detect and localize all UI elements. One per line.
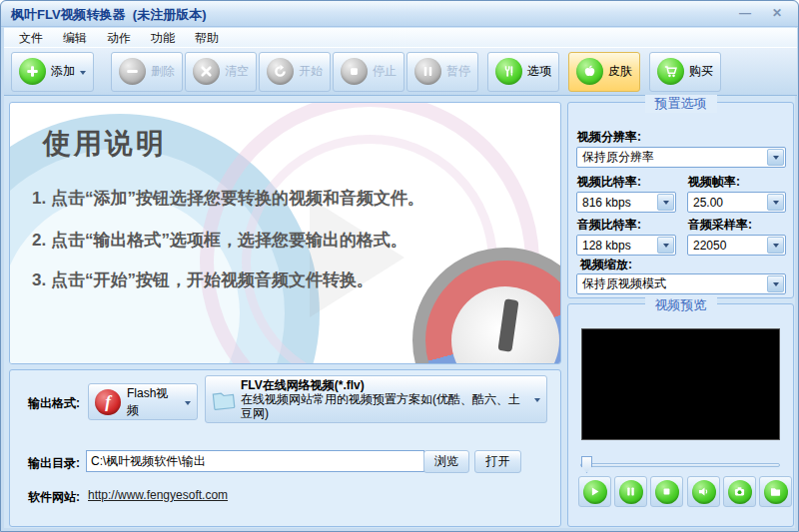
preview-play-button[interactable] xyxy=(578,476,611,507)
chevron-down-icon[interactable] xyxy=(767,275,784,292)
menu-bar: 文件 编辑 动作 功能 帮助 xyxy=(4,28,797,47)
audio-samplerate-label: 音频采样率: xyxy=(688,217,752,234)
video-scale-select[interactable]: 保持原视频模式 xyxy=(576,273,786,294)
chevron-down-icon[interactable] xyxy=(657,237,674,254)
apple-icon xyxy=(576,58,603,85)
toolbar: 添加 删除 清空 开始 停止 xyxy=(4,47,797,96)
stop-icon xyxy=(655,480,679,504)
preview-pause-button[interactable] xyxy=(614,476,647,507)
output-dir-input[interactable] xyxy=(86,450,424,472)
instruction-step-2: 2. 点击“输出格式”选项框，选择您要输出的格式。 xyxy=(32,229,407,252)
video-resolution-select[interactable]: 保持原分辨率 xyxy=(576,147,786,168)
pause-button[interactable]: 暂停 xyxy=(406,52,478,92)
stop-square-icon xyxy=(341,58,368,85)
add-button[interactable]: 添加 xyxy=(11,52,94,92)
speaker-icon xyxy=(692,480,716,504)
preview-stop-button[interactable] xyxy=(650,476,683,507)
clear-button[interactable]: 清空 xyxy=(185,52,257,92)
folder-icon xyxy=(212,388,236,410)
video-framerate-select[interactable]: 25.00 xyxy=(687,192,786,213)
play-icon xyxy=(583,480,607,504)
instructions-panel: 使用说明 1. 点击“添加”按钮选择您要转换的视频和音频文件。 2. 点击“输出… xyxy=(9,102,561,364)
buy-button[interactable]: 购买 xyxy=(649,52,721,92)
menu-function[interactable]: 功能 xyxy=(141,28,185,47)
flash-icon: f xyxy=(95,389,121,415)
menu-file[interactable]: 文件 xyxy=(9,28,53,47)
chevron-down-icon xyxy=(185,401,191,408)
options-button[interactable]: 选项 xyxy=(487,52,559,92)
preview-snapshot-button[interactable] xyxy=(723,476,756,507)
output-format-value: Flash视频 xyxy=(127,385,180,419)
video-bitrate-value: 816 kbps xyxy=(582,196,631,210)
menu-help[interactable]: 帮助 xyxy=(185,28,229,47)
chevron-down-icon[interactable] xyxy=(767,149,784,166)
start-label: 开始 xyxy=(299,63,323,80)
skin-label: 皮肤 xyxy=(608,63,632,80)
menu-edit[interactable]: 编辑 xyxy=(53,28,97,47)
preview-panel-title: 视频预览 xyxy=(645,296,717,314)
app-window: 枫叶FLV视频转换器 (未注册版本) — ✕ 文件 编辑 动作 功能 帮助 添加… xyxy=(0,0,799,532)
output-panel: 输出格式: f Flash视频 FLV在线网络视频(*.flv) 在线视频网站常… xyxy=(9,369,561,527)
output-format-dropdown[interactable]: f Flash视频 xyxy=(88,383,198,420)
minus-icon xyxy=(119,58,146,85)
skin-button[interactable]: 皮肤 xyxy=(568,52,640,92)
video-preview-panel: 视频预览 xyxy=(567,303,794,527)
pause-label: 暂停 xyxy=(446,63,470,80)
menu-action[interactable]: 动作 xyxy=(97,28,141,47)
video-framerate-label: 视频帧率: xyxy=(688,174,740,191)
window-title: 枫叶FLV视频转换器 (未注册版本) xyxy=(11,6,206,24)
video-resolution-label: 视频分辨率: xyxy=(577,129,641,146)
watermark-logo-center xyxy=(451,286,559,364)
video-bitrate-select[interactable]: 816 kbps xyxy=(576,192,676,213)
output-profile-text: FLV在线网络视频(*.flv) 在线视频网站常用的视频预置方案如(优酷、酷六、… xyxy=(241,378,529,420)
instructions-title: 使用说明 xyxy=(43,125,167,163)
seek-slider[interactable] xyxy=(580,456,780,474)
website-label: 软件网站: xyxy=(28,489,80,506)
buy-label: 购买 xyxy=(689,63,713,80)
chevron-down-icon xyxy=(534,398,540,405)
close-button[interactable]: ✕ xyxy=(766,5,788,22)
cart-icon xyxy=(657,58,684,85)
instruction-step-3: 3. 点击“开始”按钮，开始视频音频文件转换。 xyxy=(32,268,374,291)
audio-samplerate-select[interactable]: 22050 xyxy=(687,235,786,256)
website-link[interactable]: http://www.fengyesoft.com xyxy=(88,488,228,502)
seek-slider-thumb[interactable] xyxy=(581,456,592,473)
folder-icon xyxy=(764,480,788,504)
clear-x-icon xyxy=(193,58,220,85)
title-bar: 枫叶FLV视频转换器 (未注册版本) — ✕ xyxy=(1,1,798,27)
video-scale-value: 保持原视频模式 xyxy=(582,275,666,292)
open-button[interactable]: 打开 xyxy=(474,450,521,473)
watermark-needle xyxy=(497,298,518,351)
watermark-play-icon xyxy=(310,198,404,317)
chevron-down-icon[interactable] xyxy=(657,194,674,211)
stop-label: 停止 xyxy=(373,63,397,80)
pause-icon xyxy=(619,480,643,504)
output-dir-label: 输出目录: xyxy=(28,455,80,472)
video-scale-label: 视频缩放: xyxy=(580,257,632,273)
chevron-down-icon xyxy=(80,71,86,78)
video-bitrate-label: 视频比特率: xyxy=(577,174,641,191)
browse-button[interactable]: 浏览 xyxy=(423,450,469,473)
audio-samplerate-value: 22050 xyxy=(693,239,726,253)
tools-icon xyxy=(495,58,522,85)
chevron-down-icon[interactable] xyxy=(767,194,784,211)
seek-slider-track[interactable] xyxy=(580,463,780,467)
audio-bitrate-label: 音频比特率: xyxy=(577,217,641,234)
output-format-label: 输出格式: xyxy=(28,395,80,412)
delete-button[interactable]: 删除 xyxy=(111,52,183,92)
preview-volume-button[interactable] xyxy=(687,476,720,507)
video-resolution-value: 保持原分辨率 xyxy=(582,149,654,166)
preview-folder-button[interactable] xyxy=(759,476,792,507)
audio-bitrate-select[interactable]: 128 kbps xyxy=(576,235,676,256)
video-framerate-value: 25.00 xyxy=(693,196,723,210)
stop-button[interactable]: 停止 xyxy=(333,52,404,92)
plus-icon xyxy=(19,58,46,85)
chevron-down-icon[interactable] xyxy=(767,237,784,254)
start-button[interactable]: 开始 xyxy=(259,52,331,92)
video-display xyxy=(581,328,780,440)
minimize-button[interactable]: — xyxy=(734,5,756,22)
output-profile-dropdown[interactable]: FLV在线网络视频(*.flv) 在线视频网站常用的视频预置方案如(优酷、酷六、… xyxy=(205,375,547,423)
output-profile-desc: 在线视频网站常用的视频预置方案如(优酷、酷六、土豆网) xyxy=(241,392,520,420)
options-label: 选项 xyxy=(527,63,551,80)
start-arrow-icon xyxy=(267,58,294,85)
